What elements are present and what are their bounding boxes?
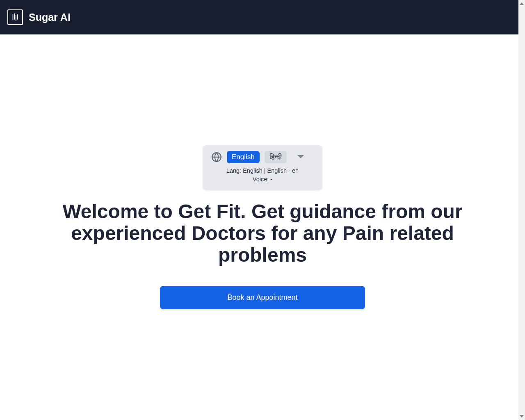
page-heading: Welcome to Get Fit. Get guidance from ou… — [53, 201, 472, 266]
book-appointment-button[interactable]: Book an Appointment — [160, 286, 365, 309]
language-option-english[interactable]: English — [227, 151, 260, 163]
logo-icon — [7, 9, 23, 25]
brand-name: Sugar AI — [29, 11, 71, 23]
globe-icon — [211, 152, 222, 162]
main-content: English हिन्दी Lang: English | English -… — [0, 34, 525, 420]
language-info-line2: Voice: - — [211, 175, 314, 184]
language-row: English हिन्दी — [211, 151, 314, 163]
scrollbar-up-icon[interactable] — [518, 0, 525, 7]
chevron-down-icon[interactable] — [297, 155, 304, 159]
language-selector-card: English हिन्दी Lang: English | English -… — [203, 145, 322, 189]
language-info-line1: Lang: English | English - en — [211, 167, 314, 175]
scrollbar[interactable] — [518, 0, 525, 420]
scrollbar-down-icon[interactable] — [518, 413, 525, 420]
language-info: Lang: English | English - en Voice: - — [211, 167, 314, 184]
app-header: Sugar AI — [0, 0, 525, 34]
language-option-hindi[interactable]: हिन्दी — [265, 151, 287, 163]
